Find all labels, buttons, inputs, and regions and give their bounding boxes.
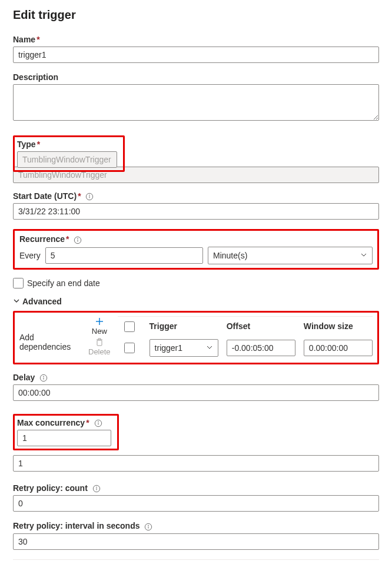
svg-point-17	[98, 422, 98, 422]
svg-rect-8	[97, 340, 102, 346]
info-icon[interactable]	[74, 236, 82, 244]
type-label-text: Type	[17, 140, 36, 149]
retry-interval-label: Retry policy: interval in seconds	[13, 521, 379, 530]
start-date-label-text: Start Date (UTC)	[13, 191, 77, 201]
required-asterisk: *	[36, 35, 39, 44]
description-textarea[interactable]	[13, 84, 379, 121]
retry-interval-label-text: Retry policy: interval in seconds	[13, 521, 140, 530]
every-label: Every	[19, 251, 41, 260]
recurrence-label: Recurrence*	[19, 234, 373, 244]
description-label: Description	[13, 72, 379, 82]
start-date-input[interactable]	[13, 203, 379, 220]
type-input-preview	[17, 151, 117, 168]
deps-row-checkbox[interactable]	[124, 343, 135, 353]
deps-window-size-input[interactable]	[304, 340, 373, 356]
recurrence-unit-value: Minute(s)	[213, 251, 247, 260]
retry-interval-input[interactable]	[13, 533, 379, 550]
type-label: Type*	[17, 140, 117, 149]
info-icon[interactable]	[85, 193, 94, 201]
recurrence-label-text: Recurrence	[19, 234, 65, 244]
info-icon[interactable]	[92, 485, 101, 493]
trash-icon	[95, 337, 104, 347]
deps-select-all-checkbox[interactable]	[124, 321, 135, 332]
max-concurrency-input-preview	[17, 430, 111, 446]
plus-icon	[95, 316, 104, 327]
deps-col-trigger: Trigger	[150, 321, 218, 332]
retry-count-label: Retry policy: count	[13, 483, 379, 493]
chevron-down-icon	[206, 343, 213, 353]
add-dependencies-label: Add dependencies	[19, 316, 81, 351]
svg-point-1	[89, 195, 90, 195]
info-icon[interactable]	[39, 374, 48, 382]
deps-col-window-size: Window size	[304, 321, 373, 332]
deps-trigger-select[interactable]: trigger1	[150, 339, 218, 357]
max-concurrency-label-text: Max concurrency	[17, 418, 85, 427]
deps-offset-input[interactable]	[227, 340, 295, 356]
name-label-text: Name	[13, 35, 35, 44]
advanced-label: Advanced	[22, 297, 62, 306]
chevron-down-icon	[360, 251, 367, 260]
svg-point-23	[148, 525, 149, 526]
advanced-section-toggle[interactable]: Advanced	[13, 297, 379, 306]
recurrence-unit-select[interactable]: Minute(s)	[208, 247, 373, 264]
deps-col-offset: Offset	[227, 321, 295, 332]
required-asterisk: *	[37, 140, 40, 149]
info-icon[interactable]	[144, 523, 152, 531]
delete-label: Delete	[88, 347, 111, 356]
specify-end-date-label: Specify an end date	[27, 278, 100, 288]
start-date-label: Start Date (UTC)*	[13, 191, 379, 201]
delay-input[interactable]	[13, 384, 379, 401]
new-label: New	[92, 327, 107, 336]
name-label: Name*	[13, 35, 379, 44]
delete-dependency-button: Delete	[88, 337, 111, 356]
required-asterisk: *	[66, 234, 69, 244]
chevron-down-icon	[13, 297, 20, 306]
retry-count-label-text: Retry policy: count	[13, 483, 88, 493]
deps-trigger-value: trigger1	[155, 343, 182, 353]
max-concurrency-label: Max concurrency*	[17, 418, 111, 427]
recurrence-value-input[interactable]	[45, 247, 203, 264]
specify-end-date-checkbox[interactable]	[13, 278, 24, 288]
delay-label: Delay	[13, 373, 379, 382]
svg-point-20	[96, 487, 97, 487]
svg-point-4	[78, 238, 78, 239]
retry-count-input[interactable]	[13, 495, 379, 512]
svg-point-14	[44, 376, 44, 377]
info-icon[interactable]	[94, 419, 102, 427]
max-concurrency-input[interactable]	[13, 455, 379, 472]
required-asterisk: *	[78, 191, 81, 201]
new-dependency-button[interactable]: New	[92, 316, 107, 336]
page-title: Edit trigger	[13, 8, 379, 22]
deps-row: trigger1	[118, 337, 373, 359]
required-asterisk: *	[86, 418, 89, 427]
name-input[interactable]	[13, 47, 379, 63]
delay-label-text: Delay	[13, 373, 35, 382]
